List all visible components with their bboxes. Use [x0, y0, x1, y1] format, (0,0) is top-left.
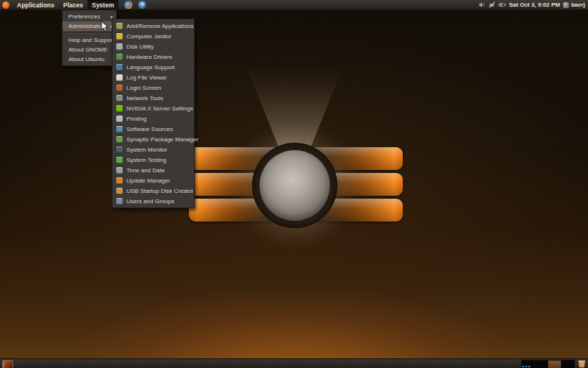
- menubar-places[interactable]: Places: [59, 0, 87, 10]
- add-remove-applications-icon: [116, 23, 123, 29]
- workspace-2[interactable]: [535, 361, 548, 368]
- menu-item-label: Network Tools: [126, 95, 163, 102]
- user-icon: [563, 2, 569, 8]
- battery-icon[interactable]: [498, 1, 506, 8]
- workspace-switcher: [521, 360, 575, 368]
- workspace-1[interactable]: [522, 361, 534, 368]
- top-panel: ApplicationsPlacesSystem ? Sat Oct 3, 9:…: [0, 0, 588, 10]
- workspace-4[interactable]: [562, 361, 574, 368]
- admin-menu-item-usb-startup-disk-creator[interactable]: USB Startup Disk Creator: [112, 185, 194, 196]
- nvidia-x-server-settings-icon: [116, 105, 123, 112]
- menu-item-label: About Ubuntu: [68, 56, 104, 63]
- menu-item-label: Printing: [126, 116, 146, 122]
- volume-icon[interactable]: [479, 1, 486, 8]
- menu-item-label: Update Manager: [126, 177, 171, 184]
- language-support-icon: [116, 64, 123, 71]
- system-menu-item-about-ubuntu[interactable]: About Ubuntu: [62, 54, 116, 64]
- workspace-window-marks: [523, 366, 531, 367]
- usb-startup-disk-creator-icon: [116, 188, 123, 194]
- system-menu-item-about-gnome[interactable]: About GNOME: [62, 45, 116, 54]
- menu-item-label: Software Sources: [126, 126, 173, 132]
- network-icon[interactable]: [489, 1, 495, 8]
- admin-menu-item-synaptic-package-manager[interactable]: Synaptic Package Manager: [112, 134, 194, 144]
- admin-menu-item-network-tools[interactable]: Network Tools: [112, 93, 194, 103]
- log-file-viewer-icon: [116, 74, 123, 81]
- menu-item-label: System Monitor: [126, 146, 168, 153]
- admin-menu-item-time-and-date[interactable]: Time and Date: [112, 165, 194, 175]
- admin-menu-item-system-testing[interactable]: System Testing: [112, 155, 194, 165]
- admin-menu-item-login-screen[interactable]: Login Screen: [112, 82, 194, 93]
- admin-menu-item-printing[interactable]: Printing: [112, 113, 194, 124]
- admin-menu-item-log-file-viewer[interactable]: Log File Viewer: [112, 72, 194, 82]
- panel-tray: Sat Oct 3, 9:02 PM baerj: [479, 1, 588, 8]
- software-sources-icon: [116, 126, 123, 132]
- trash-icon[interactable]: [578, 360, 586, 368]
- menu-item-label: Synaptic Package Manager: [126, 136, 198, 143]
- menu-item-label: NVIDIA X Server Settings: [126, 105, 193, 112]
- login-screen-icon: [116, 85, 123, 91]
- help-launcher-icon[interactable]: ?: [138, 1, 146, 9]
- wallpaper-emblem-orb: [252, 143, 337, 228]
- computer-janitor-icon: [116, 33, 123, 40]
- menu-item-label: System Testing: [126, 157, 166, 163]
- wallpaper-emblem-orb-sphere: [259, 150, 330, 221]
- firefox-launcher-icon[interactable]: [124, 1, 132, 9]
- menubar-system[interactable]: System: [87, 0, 118, 10]
- menu-item-label: Log File Viewer: [126, 74, 167, 81]
- menu-item-label: Hardware Drivers: [126, 54, 172, 60]
- menu-item-label: Language Support: [126, 64, 175, 71]
- admin-menu-item-add-remove-applications[interactable]: Add/Remove Applications: [112, 21, 194, 31]
- menu-item-label: USB Startup Disk Creator: [126, 188, 193, 194]
- admin-menu-item-hardware-drivers[interactable]: Hardware Drivers: [112, 52, 194, 62]
- admin-menu-item-disk-utility[interactable]: Disk Utility: [112, 41, 194, 52]
- admin-menu-item-language-support[interactable]: Language Support: [112, 62, 194, 72]
- menu-item-label: About GNOME: [68, 46, 107, 53]
- bottom-panel: [0, 358, 588, 368]
- system-menu-item-preferences[interactable]: Preferences▸: [62, 12, 116, 21]
- network-tools-icon: [116, 95, 123, 102]
- wallpaper-light-rays: [240, 66, 350, 149]
- admin-menu-item-update-manager[interactable]: Update Manager: [112, 175, 194, 185]
- menubar-applications[interactable]: Applications: [12, 0, 59, 10]
- username-label: baerj: [571, 1, 585, 8]
- menu-item-label: Help and Support: [68, 37, 114, 43]
- menubar: ApplicationsPlacesSystem: [12, 0, 118, 10]
- disk-utility-icon: [116, 43, 123, 50]
- desktop: ApplicationsPlacesSystem ? Sat Oct 3, 9:…: [0, 0, 588, 368]
- admin-menu-item-users-and-groups[interactable]: Users and Groups: [112, 196, 194, 206]
- show-desktop-button[interactable]: [2, 360, 13, 368]
- synaptic-package-manager-icon: [116, 136, 123, 143]
- users-and-groups-icon: [116, 198, 123, 205]
- menu-item-label: Disk Utility: [126, 43, 154, 50]
- admin-menu-item-software-sources[interactable]: Software Sources: [112, 124, 194, 134]
- time-and-date-icon: [116, 167, 123, 174]
- mouse-cursor-icon: [101, 21, 110, 32]
- clock[interactable]: Sat Oct 3, 9:02 PM: [509, 1, 560, 8]
- ubuntu-logo-icon[interactable]: [2, 1, 10, 9]
- menu-item-label: Computer Janitor: [126, 33, 171, 40]
- menu-separator: [63, 32, 115, 34]
- admin-menu-item-nvidia-x-server-settings[interactable]: NVIDIA X Server Settings: [112, 103, 194, 113]
- admin-menu-item-computer-janitor[interactable]: Computer Janitor: [112, 31, 194, 41]
- workspace-3[interactable]: [548, 361, 561, 368]
- menu-item-label: Time and Date: [126, 167, 165, 174]
- system-monitor-icon: [116, 146, 123, 153]
- user-switcher[interactable]: baerj: [563, 1, 585, 8]
- administration-submenu: Add/Remove ApplicationsComputer JanitorD…: [112, 18, 195, 208]
- system-menu: Preferences▸Administration▸Help and Supp…: [62, 10, 117, 66]
- menu-item-label: Preferences: [68, 13, 100, 20]
- hardware-drivers-icon: [116, 54, 123, 60]
- system-menu-item-help-and-support[interactable]: Help and Support: [62, 35, 116, 45]
- menu-item-label: Users and Groups: [126, 198, 174, 205]
- admin-menu-item-system-monitor[interactable]: System Monitor: [112, 144, 194, 155]
- menu-item-label: Login Screen: [126, 85, 161, 91]
- menu-item-label: Add/Remove Applications: [126, 23, 193, 29]
- printing-icon: [116, 116, 123, 122]
- update-manager-icon: [116, 177, 123, 184]
- system-testing-icon: [116, 157, 123, 163]
